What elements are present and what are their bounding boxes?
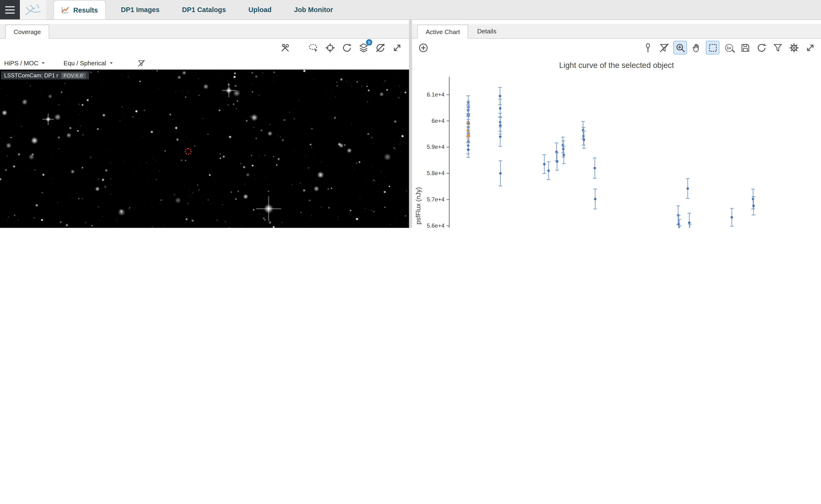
image-layer-label: LSSTComCam: DP1 r FOV:6.6' [1, 71, 89, 80]
add-chart-button[interactable] [416, 41, 430, 54]
chart-panel: Active Chart Details 1x Light curve of t… [412, 20, 821, 228]
pin-icon [642, 42, 653, 53]
zoom-1x-icon: 1x [725, 44, 733, 52]
tab-dp1-images[interactable]: DP1 Images [114, 0, 167, 19]
expand-chart-button[interactable] [803, 41, 817, 54]
filter-icon [772, 42, 783, 53]
results-chart-icon [61, 6, 70, 14]
zoom-tool-button[interactable] [674, 41, 687, 54]
tab-results[interactable]: Results [53, 0, 106, 19]
svg-text:5.7e+4: 5.7e+4 [427, 196, 445, 203]
restore-chart-button[interactable] [754, 41, 768, 54]
coverage-panel: Coverage 9 HiPS / MOC Equ / Spherical [0, 20, 409, 228]
plus-circle-icon [418, 42, 428, 53]
save-chart-button[interactable] [738, 41, 752, 54]
zoom-in-icon [675, 42, 686, 53]
pin-chart-button[interactable] [641, 41, 655, 54]
image-tools-button[interactable] [278, 41, 292, 54]
coverage-toolbar: 9 [0, 39, 409, 57]
expand-icon [804, 42, 815, 53]
tab-active-chart[interactable]: Active Chart [417, 25, 468, 39]
chart-tab-bar: Active Chart Details [412, 24, 821, 39]
top-menu-bar: Results DP1 Images DP1 Catalogs Upload J… [0, 0, 821, 20]
chevron-down-icon [41, 61, 46, 65]
tab-dp1-catalogs[interactable]: DP1 Catalogs [175, 0, 233, 19]
select-region-button[interactable] [306, 41, 320, 54]
rotate-icon [341, 42, 352, 53]
coverage-clear-filter-button[interactable] [134, 56, 148, 70]
svg-text:5.9e+4: 5.9e+4 [427, 144, 445, 150]
chevron-down-icon [109, 61, 113, 65]
chart-settings-button[interactable] [787, 41, 800, 54]
save-icon [740, 42, 750, 53]
select-tool-button[interactable] [706, 41, 719, 54]
ellipse-select-icon [308, 42, 319, 53]
app-root: Results DP1 Images DP1 Catalogs Upload J… [0, 0, 821, 228]
hamburger-menu-button[interactable] [0, 0, 20, 19]
selected-object-marker[interactable] [185, 148, 191, 155]
target-icon [324, 42, 335, 53]
center-image-button[interactable] [323, 41, 337, 54]
svg-text:6.1e+4: 6.1e+4 [427, 91, 445, 98]
zoom-original-button[interactable]: 1x [722, 41, 736, 54]
filter-clear-icon [659, 42, 670, 53]
expand-icon [391, 42, 402, 53]
sky-image-viewport[interactable]: LSSTComCam: DP1 r FOV:6.6' [0, 70, 409, 228]
no-rotate-icon [375, 42, 386, 53]
coord-system-dropdown[interactable]: Equ / Spherical [63, 59, 113, 67]
tab-results-label: Results [73, 6, 98, 14]
chart-toolbar: 1x [412, 39, 821, 57]
tab-upload[interactable]: Upload [241, 0, 279, 19]
layers-button[interactable]: 9 [357, 41, 370, 54]
chart-clear-filter-button[interactable] [657, 41, 671, 54]
pan-tool-button[interactable] [690, 41, 703, 54]
logo-sketch-icon [22, 2, 43, 18]
svg-text:psfFlux (nJy): psfFlux (nJy) [415, 187, 422, 225]
gear-icon [788, 42, 799, 53]
hand-pan-icon [691, 42, 702, 53]
light-curve-chart[interactable]: Light curve of the selected object5.2e+4… [412, 57, 821, 228]
rotate-button[interactable] [340, 41, 353, 54]
coverage-tab-bar: Coverage [0, 24, 409, 39]
chart-filter-button[interactable] [771, 41, 784, 54]
tab-coverage[interactable]: Coverage [5, 25, 49, 39]
svg-text:Light curve of the selected ob: Light curve of the selected object [559, 61, 674, 70]
hips-moc-dropdown[interactable]: HiPS / MOC [4, 59, 46, 67]
layer-count-badge: 9 [366, 39, 372, 46]
svg-text:6e+4: 6e+4 [432, 118, 445, 124]
svg-text:5.6e+4: 5.6e+4 [427, 222, 445, 228]
tab-details[interactable]: Details [469, 24, 504, 38]
main-tabs: Results DP1 Images DP1 Catalogs Upload J… [53, 0, 340, 19]
tools-icon [279, 42, 290, 53]
restore-icon [756, 42, 767, 53]
svg-text:5.8e+4: 5.8e+4 [427, 170, 445, 176]
no-rotate-button[interactable] [373, 41, 387, 54]
expand-coverage-button[interactable] [390, 41, 404, 54]
fov-label: FOV:6.6' [61, 72, 86, 78]
coverage-options-row: HiPS / MOC Equ / Spherical [0, 57, 409, 70]
filter-clear-icon [137, 59, 145, 67]
tab-job-monitor[interactable]: Job Monitor [287, 0, 340, 19]
sky-image[interactable] [0, 70, 409, 228]
rect-select-icon [707, 42, 718, 53]
app-logo [20, 0, 46, 19]
